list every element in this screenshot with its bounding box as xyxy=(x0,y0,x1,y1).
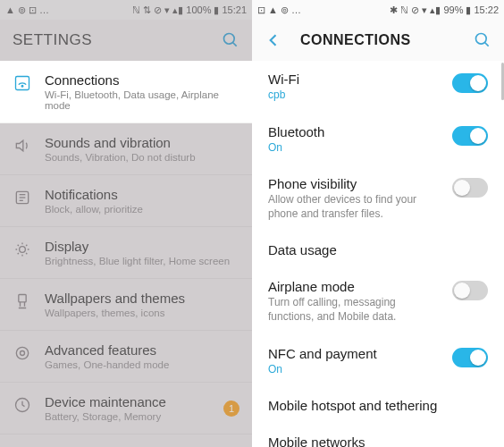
conn-item-nfc[interactable]: NFC and payment On xyxy=(252,335,504,388)
status-misc-icons: ⊡ ▲ ⊚ … xyxy=(257,4,301,16)
clock: 15:22 xyxy=(474,4,499,15)
conn-item-title: Mobile hotspot and tethering xyxy=(268,398,488,413)
search-icon[interactable] xyxy=(474,31,491,49)
conn-item-subtitle: Turn off calling, messaging functions, a… xyxy=(268,296,440,324)
maintenance-icon xyxy=(13,394,32,414)
badge-count: 1 xyxy=(223,401,239,417)
bt-nfc-signal-icons: ✱ ℕ ⊘ ▾ ▴▮ xyxy=(390,4,441,16)
status-left-icons: ▲ ⊚ ⊡ … xyxy=(5,4,49,16)
conn-item-subtitle: On xyxy=(268,141,440,156)
page-title: CONNECTIONS xyxy=(300,32,411,48)
conn-item-title: Phone visibility xyxy=(268,176,440,191)
settings-item-subtitle: Wallpapers, themes, icons xyxy=(45,308,239,318)
appbar-settings: SETTINGS xyxy=(0,20,252,61)
notifications-icon xyxy=(13,187,32,207)
settings-item-advanced[interactable]: Advanced features Games, One-handed mode xyxy=(0,331,252,383)
conn-item-data-usage[interactable]: Data usage xyxy=(252,232,504,268)
conn-item-title: NFC and payment xyxy=(268,346,440,361)
svg-rect-9 xyxy=(19,295,26,302)
settings-list: Connections Wi-Fi, Bluetooth, Data usage… xyxy=(0,61,252,447)
settings-item-subtitle: Games, One-handed mode xyxy=(45,359,239,370)
settings-item-title: Advanced features xyxy=(45,342,239,358)
conn-item-subtitle: On xyxy=(268,363,440,377)
svg-line-1 xyxy=(233,43,237,46)
conn-item-airplane[interactable]: Airplane mode Turn off calling, messagin… xyxy=(252,268,504,334)
search-icon[interactable] xyxy=(222,31,239,49)
conn-item-title: Mobile networks xyxy=(268,434,488,447)
settings-item-applications[interactable]: Applications Default applications, App p… xyxy=(0,434,252,447)
battery-pct: 100% xyxy=(186,4,211,15)
wifi-toggle[interactable] xyxy=(452,73,488,93)
connections-pane: ⊡ ▲ ⊚ … ✱ ℕ ⊘ ▾ ▴▮ 99% ▮ 15:22 CONNECTIO… xyxy=(252,0,504,447)
sound-icon xyxy=(13,135,32,155)
back-icon[interactable] xyxy=(265,31,282,49)
settings-item-title: Display xyxy=(45,239,239,254)
settings-item-subtitle: Brightness, Blue light filter, Home scre… xyxy=(45,256,239,266)
svg-point-18 xyxy=(476,34,487,45)
svg-point-3 xyxy=(21,86,23,88)
status-bar-left: ▲ ⊚ ⊡ … ℕ ⇅ ⊘ ▾ ▴▮ 100% ▮ 15:21 xyxy=(0,0,252,20)
conn-item-title: Airplane mode xyxy=(268,279,440,294)
settings-item-maintenance[interactable]: Device maintenance Battery, Storage, Mem… xyxy=(0,383,252,434)
conn-item-title: Bluetooth xyxy=(268,124,440,139)
conn-item-title: Data usage xyxy=(268,242,488,257)
appbar-connections: CONNECTIONS xyxy=(252,20,504,61)
wallpaper-icon xyxy=(13,291,32,310)
settings-item-wallpapers[interactable]: Wallpapers and themes Wallpapers, themes… xyxy=(0,279,252,331)
svg-point-0 xyxy=(224,34,235,45)
settings-item-title: Connections xyxy=(45,72,239,88)
conn-item-phone-visibility[interactable]: Phone visibility Allow other devices to … xyxy=(252,165,504,232)
svg-point-11 xyxy=(21,351,25,356)
settings-item-connections[interactable]: Connections Wi-Fi, Bluetooth, Data usage… xyxy=(0,61,252,123)
settings-item-subtitle: Sounds, Vibration, Do not disturb xyxy=(45,152,239,163)
settings-item-subtitle: Battery, Storage, Memory xyxy=(45,411,211,422)
svg-line-19 xyxy=(485,43,489,46)
settings-item-title: Notifications xyxy=(45,187,239,202)
advanced-icon xyxy=(13,342,32,362)
settings-item-notifications[interactable]: Notifications Block, allow, prioritize xyxy=(0,175,252,227)
airplane-toggle[interactable] xyxy=(452,281,488,300)
settings-item-title: Device maintenance xyxy=(45,394,211,409)
page-title: SETTINGS xyxy=(13,31,92,49)
settings-item-title: Sounds and vibration xyxy=(45,135,239,150)
conn-item-wifi[interactable]: Wi-Fi cpb xyxy=(252,61,504,114)
conn-item-title: Wi-Fi xyxy=(268,72,440,87)
battery-icon: ▮ xyxy=(466,4,471,16)
settings-pane: ▲ ⊚ ⊡ … ℕ ⇅ ⊘ ▾ ▴▮ 100% ▮ 15:21 SETTINGS… xyxy=(0,0,252,447)
settings-item-subtitle: Block, allow, prioritize xyxy=(45,204,239,215)
settings-item-title: Wallpapers and themes xyxy=(45,291,239,306)
svg-point-8 xyxy=(20,247,26,253)
settings-item-display[interactable]: Display Brightness, Blue light filter, H… xyxy=(0,227,252,279)
battery-pct: 99% xyxy=(443,4,463,15)
settings-item-subtitle: Wi-Fi, Bluetooth, Data usage, Airplane m… xyxy=(45,89,239,111)
status-right-icons: ✱ ℕ ⊘ ▾ ▴▮ 99% ▮ 15:22 xyxy=(390,4,499,16)
bluetooth-toggle[interactable] xyxy=(452,126,488,146)
status-left-icons: ⊡ ▲ ⊚ … xyxy=(257,4,301,16)
clock: 15:21 xyxy=(222,4,247,15)
visibility-toggle[interactable] xyxy=(452,178,488,198)
conn-item-bluetooth[interactable]: Bluetooth On xyxy=(252,114,504,166)
conn-item-hotspot[interactable]: Mobile hotspot and tethering xyxy=(252,387,504,424)
display-icon xyxy=(13,239,32,258)
nfc-toggle[interactable] xyxy=(452,348,488,367)
conn-item-mobile-networks[interactable]: Mobile networks xyxy=(252,424,504,447)
status-right-icons: ℕ ⇅ ⊘ ▾ ▴▮ 100% ▮ 15:21 xyxy=(132,4,247,16)
status-bar-right: ⊡ ▲ ⊚ … ✱ ℕ ⊘ ▾ ▴▮ 99% ▮ 15:22 xyxy=(252,0,504,20)
svg-point-10 xyxy=(16,347,28,358)
warn-icon: ▲ ⊚ ⊡ … xyxy=(5,4,49,16)
battery-icon: ▮ xyxy=(214,4,219,16)
conn-item-subtitle: cpb xyxy=(268,89,440,103)
nfc-signal-icons: ℕ ⇅ ⊘ ▾ ▴▮ xyxy=(132,4,183,16)
conn-item-subtitle: Allow other devices to find your phone a… xyxy=(268,193,440,221)
settings-item-sounds[interactable]: Sounds and vibration Sounds, Vibration, … xyxy=(0,123,252,175)
connections-icon xyxy=(13,72,32,92)
connections-list: Wi-Fi cpb Bluetooth On Phone visibility … xyxy=(252,61,504,447)
